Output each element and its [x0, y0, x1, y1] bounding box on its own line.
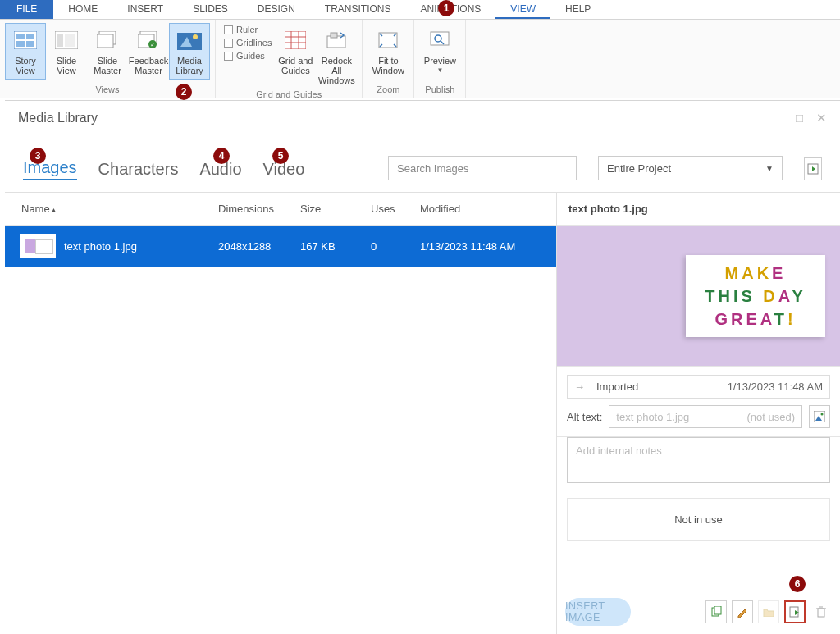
maximize-icon[interactable]: □: [796, 111, 803, 125]
insert-image-button[interactable]: INSERT IMAGE: [565, 598, 631, 626]
lightbox-line-3: GREAT!: [691, 308, 820, 331]
guides-checkbox[interactable]: Guides: [224, 51, 272, 61]
svg-point-16: [193, 34, 198, 39]
tab-insert[interactable]: INSERT: [112, 0, 178, 19]
import-button[interactable]: [804, 157, 822, 180]
story-view-button[interactable]: Story View: [5, 23, 46, 80]
preview-image: MAKE THIS DAY GREAT!: [557, 226, 840, 367]
tab-view[interactable]: VIEW: [495, 0, 550, 19]
scope-value: Entire Project: [607, 162, 671, 175]
folder-button[interactable]: [758, 600, 779, 623]
svg-rect-3: [16, 41, 25, 47]
export-button[interactable]: [784, 600, 806, 623]
panel-topbar: Images Characters Audio Video Search Ima…: [5, 135, 840, 193]
gridlines-checkbox[interactable]: Gridlines: [224, 38, 272, 48]
annotation-badge-6: 6: [789, 576, 806, 592]
annotation-badge-2: 2: [176, 84, 192, 100]
close-icon[interactable]: ✕: [816, 111, 827, 125]
ribbon-tabs: FILE HOME INSERT SLIDES DESIGN TRANSITIO…: [0, 0, 840, 20]
usage-status: Not in use: [567, 498, 830, 541]
slide-view-icon: [53, 27, 80, 53]
svg-rect-1: [16, 34, 25, 39]
ruler-checkbox[interactable]: Ruler: [224, 25, 272, 34]
tab-design[interactable]: DESIGN: [243, 0, 310, 19]
alt-text-status: (not used): [746, 411, 795, 423]
table-row[interactable]: text photo 1.jpg 2048x1288 167 KB 0 1/13…: [5, 226, 556, 267]
ribbon-group-publish: Preview ▼ Publish: [414, 20, 466, 98]
col-modified[interactable]: Modified: [420, 203, 556, 215]
alt-text-input[interactable]: text photo 1.jpg (not used): [609, 405, 802, 428]
tab-slides[interactable]: SLIDES: [178, 0, 243, 19]
copy-button[interactable]: [705, 600, 727, 623]
svg-rect-4: [26, 41, 34, 47]
col-uses[interactable]: Uses: [371, 203, 420, 215]
imported-row: Imported 1/13/2023 11:48 AM: [567, 375, 830, 399]
svg-rect-2: [26, 34, 34, 39]
media-library-panel: Media Library □ ✕ Images Characters Audi…: [5, 100, 840, 634]
export-icon: [789, 606, 801, 618]
col-name[interactable]: Name: [5, 203, 218, 215]
folder-icon: [763, 607, 774, 617]
views-group-label: Views: [95, 84, 119, 96]
delete-button[interactable]: [810, 600, 832, 623]
tab-help[interactable]: HELP: [550, 0, 605, 19]
internal-notes-input[interactable]: Add internal notes: [567, 437, 830, 483]
tab-characters[interactable]: Characters: [98, 160, 179, 180]
chevron-down-icon: ▼: [765, 164, 774, 173]
lightbox-line-1: MAKE: [691, 262, 820, 285]
trash-icon: [815, 605, 827, 618]
lightbox-graphic: MAKE THIS DAY GREAT!: [686, 255, 825, 337]
column-headers: Name Dimensions Size Uses Modified: [5, 193, 556, 226]
edit-button[interactable]: [732, 600, 753, 623]
grid-guides-label: Grid and Guides: [277, 56, 313, 75]
checkbox-icon: [224, 25, 233, 34]
dropdown-arrow-icon: ▼: [436, 66, 443, 75]
tab-transitions[interactable]: TRANSITIONS: [310, 0, 406, 19]
preview-title: text photo 1.jpg: [557, 193, 840, 226]
checkbox-icon: [224, 39, 233, 48]
slide-master-button[interactable]: Slide Master: [87, 23, 128, 80]
tab-file[interactable]: FILE: [0, 0, 53, 19]
svg-rect-33: [714, 606, 721, 614]
search-input[interactable]: Search Images: [388, 156, 577, 180]
copy-icon: [710, 606, 722, 618]
row-uses: 0: [371, 240, 420, 253]
media-library-button[interactable]: Media Library: [169, 23, 210, 80]
slide-master-icon: [94, 27, 121, 53]
alt-text-row: Alt text: text photo 1.jpg (not used): [567, 405, 830, 428]
alt-text-value: text photo 1.jpg: [616, 411, 689, 423]
row-size: 167 KB: [300, 240, 371, 253]
svg-rect-35: [818, 609, 824, 617]
annotation-badge-1: 1: [438, 0, 454, 16]
slide-view-label: Slide View: [48, 56, 84, 75]
ribbon-group-grid: Ruler Gridlines Guides Grid and Guides R…: [216, 20, 363, 98]
col-size[interactable]: Size: [300, 203, 371, 215]
alt-text-options-button[interactable]: [809, 405, 830, 428]
ribbon-group-zoom: Fit to Window Zoom: [363, 20, 414, 98]
grid-group-label: Grid and Guides: [256, 89, 322, 101]
panel-body: Name Dimensions Size Uses Modified text …: [5, 193, 840, 634]
alt-text-label: Alt text:: [567, 411, 602, 423]
imported-label: Imported: [596, 381, 638, 393]
feedback-master-label: Feedback Master: [129, 56, 168, 75]
redock-button[interactable]: Redock All Windows: [316, 23, 357, 89]
fit-window-button[interactable]: Fit to Window: [368, 23, 409, 80]
tab-home[interactable]: HOME: [53, 0, 112, 19]
grid-guides-button[interactable]: Grid and Guides: [275, 23, 316, 80]
redock-label: Redock All Windows: [318, 56, 355, 85]
svg-text:✓: ✓: [150, 41, 156, 48]
scope-dropdown[interactable]: Entire Project ▼: [598, 156, 783, 180]
tab-images[interactable]: Images: [23, 158, 77, 180]
preview-meta: Imported 1/13/2023 11:48 AM Alt text: te…: [557, 367, 840, 437]
fit-window-label: Fit to Window: [370, 56, 406, 75]
svg-rect-14: [177, 33, 202, 50]
story-view-icon: [12, 27, 39, 53]
panel-titlebar: Media Library □ ✕: [5, 101, 840, 135]
preview-button[interactable]: Preview ▼: [419, 23, 460, 80]
feedback-master-button[interactable]: ✓ Feedback Master: [128, 23, 169, 80]
slide-view-button[interactable]: Slide View: [46, 23, 87, 80]
media-list: Name Dimensions Size Uses Modified text …: [5, 193, 557, 634]
svg-rect-7: [65, 34, 75, 47]
slide-master-label: Slide Master: [89, 56, 126, 75]
col-dimensions[interactable]: Dimensions: [218, 203, 300, 215]
